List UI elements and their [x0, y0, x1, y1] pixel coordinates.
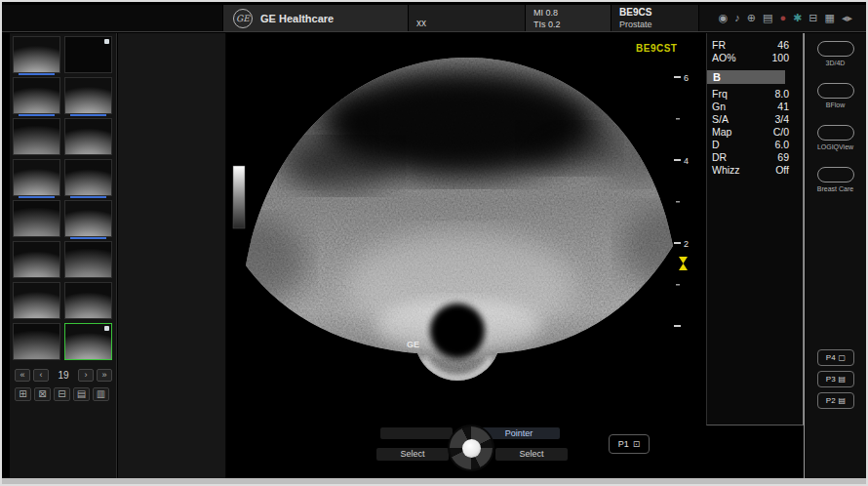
thumbnail-13[interactable] [13, 282, 60, 319]
print-key-label: P3 [826, 375, 836, 384]
export-image-button[interactable]: ▥ [93, 387, 109, 401]
thumbnail-7[interactable] [13, 159, 60, 196]
eco-status-icon: ✱ [793, 13, 802, 23]
network-status-icon: ⊕ [747, 13, 756, 23]
hard-key-label: BFlow [805, 101, 866, 108]
acoustic-output-section: MI 0.8 TIs 0.2 [526, 5, 612, 31]
bottom-edge-bar [2, 478, 866, 484]
thumbnail-8[interactable] [64, 159, 112, 196]
param-value: 46 [777, 39, 789, 51]
ultrasound-image[interactable]: GE 6 4 2 [226, 33, 706, 428]
p1-button[interactable]: P1 ⊡ [609, 434, 650, 454]
status-icon-tray: ◉♪⊕▤●✱⊟▦◂▸ [699, 5, 866, 31]
thumbnail-2[interactable] [64, 36, 112, 73]
image-area: GE 6 4 2 BE9CST [226, 33, 706, 428]
d-readout: D6.0 [707, 138, 803, 150]
select-left-button[interactable]: Select [376, 448, 449, 461]
sa-readout: S/A3/4 [707, 112, 803, 125]
param-value: 69 [777, 151, 789, 163]
first-page-button[interactable]: « [15, 369, 30, 382]
param-rows-b: Frq8.0Gn41S/A3/4MapC/0D6.0DR69WhizzOff [707, 87, 803, 176]
select-right-button[interactable]: Select [495, 448, 568, 461]
trackball-ball [462, 439, 481, 458]
p3-button[interactable]: P3▤ [817, 371, 854, 387]
ao-readout: AO%100 [707, 51, 803, 63]
cine-status-icon: ▤ [763, 13, 772, 23]
mode-breastcare-button[interactable]: Breast Care [805, 167, 866, 192]
probe-section[interactable]: BE9CS Prostate [612, 5, 699, 31]
thumbnail-5[interactable] [13, 118, 60, 155]
print-key-icon: ▤ [839, 396, 847, 405]
clip-indicator [70, 196, 106, 198]
prev-page-button[interactable]: ‹ [33, 369, 49, 382]
thumbnail-3[interactable] [13, 77, 60, 114]
print-key-icon: ▢ [839, 353, 847, 362]
probe-status-icon: ◉ [719, 13, 729, 23]
depth-label: 6 [684, 73, 689, 83]
print-key-label: P2 [826, 396, 836, 405]
brand-name: GE Healthcare [260, 13, 334, 24]
clip-indicator [19, 73, 55, 75]
param-label: DR [712, 151, 727, 163]
last-page-button[interactable]: » [97, 369, 112, 382]
param-label: S/A [712, 113, 729, 125]
preset-name: Prostate [619, 20, 698, 29]
frq-readout: Frq8.0 [707, 87, 803, 100]
thumbnail-12[interactable] [64, 241, 112, 278]
hard-key [817, 83, 854, 99]
print-key-icon: ⊡ [633, 439, 641, 449]
fr-readout: FR46 [707, 38, 803, 51]
mode-3d4d-button[interactable]: 3D/4D [805, 41, 866, 66]
tis-readout: TIs 0.2 [533, 20, 611, 29]
thumbnail-1[interactable] [13, 36, 60, 73]
brand-section: GE GE Healthcare [223, 5, 409, 31]
mode-header: B [707, 70, 785, 84]
thumbnail-14[interactable] [64, 282, 112, 319]
mode-logiqview-button[interactable]: LOGIQView [805, 125, 866, 150]
clip-indicator [19, 114, 55, 116]
thumbnail-marker-icon [104, 39, 109, 44]
patient-id-text: xx [416, 18, 426, 28]
thumbnail-16[interactable] [64, 323, 112, 360]
p4-button[interactable]: P4▢ [817, 349, 854, 366]
save-image-button[interactable]: ⊟ [54, 387, 70, 401]
print-image-button[interactable]: ▤ [73, 387, 90, 401]
mode-button-stack: 3D/4DBFlowLOGIQViewBreast Care [805, 41, 866, 192]
hard-key-label: 3D/4D [805, 60, 866, 66]
trackball-control-group: Pointer Select Select P1 ⊡ [226, 424, 706, 478]
nav-arrows-icon: ◂▸ [842, 13, 852, 23]
trackball[interactable] [450, 426, 493, 469]
param-label: FR [712, 39, 726, 51]
thumbnail-15[interactable] [13, 323, 60, 360]
layout-grid-button[interactable]: ⊞ [15, 387, 31, 401]
dr-readout: DR69 [707, 150, 803, 163]
preset-badge: BE9CST [636, 43, 677, 54]
next-page-button[interactable]: › [78, 369, 94, 382]
ge-logo-icon: GE [233, 9, 253, 28]
clip-indicator [70, 237, 106, 239]
thumbnail-11[interactable] [13, 241, 60, 278]
grayscale-bar [233, 166, 245, 228]
thumbnail-grid [13, 36, 113, 360]
ge-watermark: GE [407, 340, 419, 349]
topbar-left-spacer [2, 5, 223, 31]
thumbnail-4[interactable] [64, 77, 112, 114]
p2-button[interactable]: P2▤ [817, 392, 854, 409]
mode-bflow-button[interactable]: BFlow [805, 83, 866, 108]
param-label: Frq [712, 88, 728, 100]
top-status-bar: GE GE Healthcare xx MI 0.8 TIs 0.2 BE9CS… [2, 5, 866, 32]
patient-id-field[interactable]: xx [409, 5, 526, 31]
hard-key-label: LOGIQView [805, 143, 866, 150]
clip-indicator [19, 196, 55, 198]
blank-soft-button[interactable] [380, 427, 453, 439]
depth-label: 4 [684, 156, 689, 166]
param-value: 100 [771, 52, 789, 63]
param-rows-top: FR46AO%100 [707, 38, 803, 63]
thumbnail-9[interactable] [13, 200, 60, 237]
delete-image-button[interactable]: ⊠ [34, 387, 51, 401]
print-key-label: P4 [826, 353, 836, 362]
printer-status-icon: ▦ [825, 13, 835, 23]
thumbnail-10[interactable] [64, 200, 112, 237]
thumbnail-6[interactable] [64, 118, 112, 155]
hard-key [817, 41, 854, 57]
